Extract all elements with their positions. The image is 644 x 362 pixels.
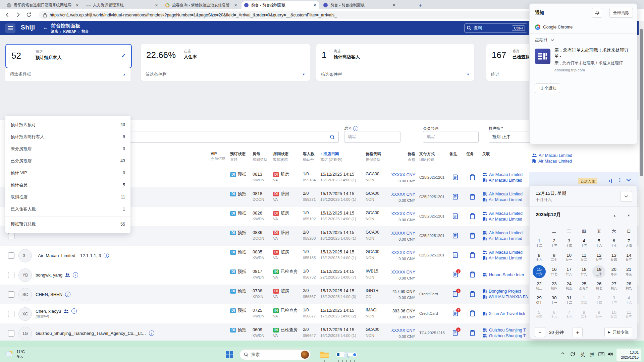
more-notifications-button[interactable]: +1 个通知: [535, 83, 560, 93]
calendar-day[interactable]: 9二十: [547, 250, 562, 265]
task-cell[interactable]: [470, 193, 475, 200]
calendar-day[interactable]: 23初四: [547, 279, 562, 293]
dropdown-item[interactable]: 已分房抵店 43: [5, 155, 130, 167]
guest-name[interactable]: CHEN, SHEN: [36, 292, 62, 297]
browser-tab[interactable]: Shiji 人力资源管理系统 ✕: [83, 1, 161, 9]
note-cell[interactable]: 1: [452, 291, 459, 297]
price[interactable]: 417.60 CNY: [392, 289, 415, 294]
price[interactable]: XXXXX CNY: [391, 173, 415, 177]
calendar-day[interactable]: 7十九: [561, 307, 577, 322]
calendar-day[interactable]: 12廿三: [591, 250, 606, 265]
calendar-day[interactable]: 3十五: [606, 293, 622, 307]
info-icon[interactable]: i: [149, 330, 154, 336]
calendar-day[interactable]: 26初七: [591, 279, 606, 293]
start-focus-button[interactable]: ▶开始专注: [604, 327, 632, 337]
guest-name[interactable]: _Air_Macau_Limited__12.1-1.1, 3: [36, 253, 101, 258]
calendar-day[interactable]: 29初十: [532, 293, 547, 307]
row-checkbox[interactable]: [8, 330, 14, 337]
calendar-month-label[interactable]: 2025年12月: [536, 212, 561, 218]
tray-sync-icon[interactable]: [570, 351, 576, 357]
column-header[interactable]: ↑ 抵店日期离店 (房晚数): [320, 152, 342, 162]
note-icon[interactable]: [452, 174, 459, 181]
task-cell[interactable]: [470, 329, 475, 336]
calendar-day[interactable]: 15廿六: [532, 264, 547, 279]
back-icon[interactable]: [4, 11, 11, 18]
breadcrumb-hotel[interactable]: 酒店: [51, 29, 58, 34]
new-tab-button[interactable]: +: [417, 2, 424, 9]
calendar-day[interactable]: 11廿三: [622, 307, 637, 322]
task-icon[interactable]: [470, 213, 475, 220]
price[interactable]: XXXXX CNY: [391, 231, 415, 236]
info-icon[interactable]: i: [71, 308, 77, 314]
browser-tab[interactable]: 前台 - 前台控制面板 ✕: [241, 1, 319, 9]
price[interactable]: XXXXX CNY: [391, 192, 415, 197]
calendar-day[interactable]: 4十六: [622, 293, 637, 307]
info-icon[interactable]: i: [104, 253, 109, 258]
more-actions-icon[interactable]: ⋮: [617, 177, 623, 183]
task-cell[interactable]: [470, 310, 475, 317]
linked-profile[interactable]: Air Macau Limited: [482, 236, 523, 241]
notification-group[interactable]: 星期日: [535, 37, 554, 43]
note-cell[interactable]: 1: [452, 271, 459, 278]
calendar-day[interactable]: 31十二: [561, 293, 577, 307]
calendar-day[interactable]: 1十二: [532, 236, 547, 250]
guest-name[interactable]: Guizhou_Shunjing_Tiancheng_Travel_Agency…: [36, 331, 146, 336]
linked-profile[interactable]: Guizhou Shunjing T: [482, 333, 526, 339]
note-cell[interactable]: [452, 174, 459, 181]
task-icon[interactable]: [470, 174, 475, 181]
calendar-day[interactable]: 1元旦: [577, 293, 592, 307]
linked-profile[interactable]: Air Macau Limited: [482, 177, 523, 183]
info-icon[interactable]: i: [65, 292, 70, 297]
task-cell[interactable]: [470, 174, 475, 181]
calendar-day[interactable]: 20冬月: [606, 264, 622, 279]
stat-card-occupancy[interactable]: 22.66% 在店 入住率 筛选条件栏▼: [141, 44, 310, 81]
calendar-day[interactable]: 10廿一: [561, 250, 577, 265]
row-checkbox[interactable]: [8, 291, 14, 298]
calendar-day[interactable]: 6十七: [606, 236, 622, 250]
note-cell[interactable]: [452, 232, 459, 239]
linked-profile[interactable]: Air Macau Limited: [482, 210, 523, 216]
member-number-input[interactable]: 填写: [423, 131, 479, 143]
tab-close-icon[interactable]: ✕: [313, 3, 317, 8]
calendar-day[interactable]: 13廿四: [606, 250, 622, 265]
calendar-day[interactable]: 11廿二: [577, 250, 592, 265]
task-icon[interactable]: [470, 329, 475, 336]
linked-profile[interactable]: Xi 'an Air Travel tick: [482, 311, 525, 316]
page-scrollbar[interactable]: [639, 21, 644, 341]
browser-tab[interactable]: 前台 - 前台控制面板 ✕: [321, 1, 398, 9]
linked-profile[interactable]: Air Macau Limited: [532, 158, 572, 164]
global-search[interactable]: 查询 Ctrl+/: [464, 23, 527, 33]
stat-card-arrivals[interactable]: 52 抵店 预计抵店客人 ✓: [5, 44, 132, 68]
linked-profile[interactable]: Air Macau Limited: [482, 216, 523, 222]
calendar-day[interactable]: 28初九: [622, 279, 637, 293]
task-cell[interactable]: [470, 232, 475, 239]
calendar-day[interactable]: 8十九: [532, 250, 547, 265]
calendar-day[interactable]: 2十四: [591, 293, 606, 307]
price[interactable]: 383.36 CNY: [392, 309, 415, 313]
calendar-day[interactable]: 4十五: [577, 236, 592, 250]
calendar-day[interactable]: 19三十: [591, 264, 606, 279]
calendar-day[interactable]: 7大雪: [622, 236, 637, 250]
calendar-day[interactable]: 16廿七: [547, 264, 562, 279]
back-arrow-icon[interactable]: ←: [43, 24, 48, 31]
calendar-day[interactable]: 22初三: [532, 279, 547, 293]
notification-settings-icon[interactable]: [592, 8, 602, 18]
row-checkbox[interactable]: [8, 272, 14, 278]
note-cell[interactable]: 3: [452, 310, 459, 317]
task-icon[interactable]: [470, 193, 475, 200]
ime-mode-indicator[interactable]: 拼: [590, 352, 594, 358]
note-icon[interactable]: [452, 252, 459, 258]
calendar-day[interactable]: 14廿五: [622, 250, 637, 265]
task-cell[interactable]: [470, 213, 475, 220]
dropdown-item[interactable]: 预计抵店预订 43: [5, 119, 130, 131]
linked-profile[interactable]: Air Macau Limited: [482, 172, 523, 177]
taskbar-clock[interactable]: 13:01 2025/12/15: [616, 349, 641, 361]
note-cell[interactable]: 2: [452, 329, 459, 336]
calendar-day[interactable]: 17廿八: [561, 264, 577, 279]
dropdown-item[interactable]: 预计 VIP 0: [5, 167, 130, 179]
browser-tab[interactable]: 贵阳机场智选假日酒店系统网址导 ✕: [4, 1, 82, 9]
breadcrumb-frontdesk[interactable]: 前台: [82, 29, 89, 34]
tray-volume-icon[interactable]: [607, 352, 613, 357]
task-icon[interactable]: [470, 252, 475, 258]
note-cell[interactable]: [452, 193, 459, 200]
